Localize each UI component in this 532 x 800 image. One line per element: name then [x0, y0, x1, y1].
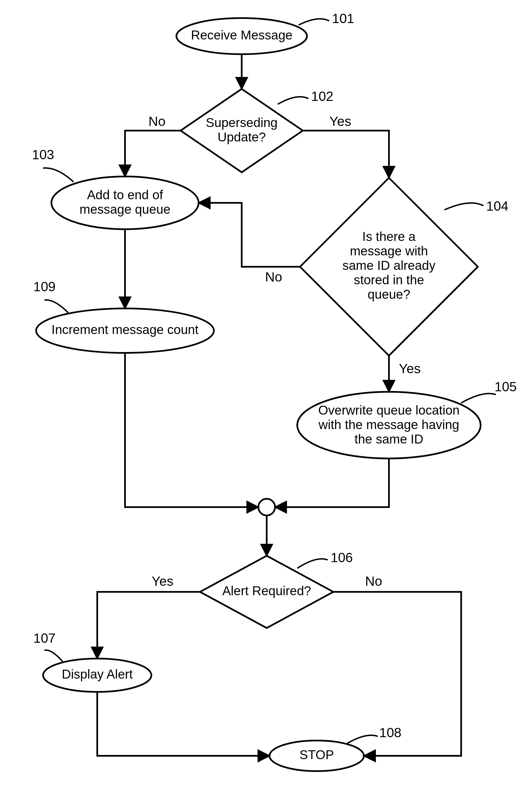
- flowchart: Receive Message 101 SupersedingUpdate? 1…: [0, 0, 532, 800]
- node-108-text: STOP: [300, 747, 334, 762]
- node-105-line3: the same ID: [355, 432, 423, 446]
- node-104-line4: stored in the: [354, 272, 424, 287]
- node-receive-message: Receive Message 101: [176, 11, 354, 54]
- edge-109-merge: [125, 353, 258, 507]
- label-104-no: No: [265, 269, 282, 284]
- node-105-line1: Overwrite queue location: [318, 403, 460, 417]
- node-104-line5: queue?: [367, 287, 410, 302]
- node-106-text: Alert Required?: [222, 584, 311, 598]
- label-102-yes: Yes: [329, 114, 351, 129]
- label-106-yes: Yes: [152, 574, 173, 589]
- node-overwrite-queue: Overwrite queue locationwith the message…: [297, 379, 517, 458]
- ref-101: 101: [332, 11, 354, 26]
- svg-point-10: [258, 499, 275, 515]
- ref-106: 106: [330, 550, 353, 565]
- ref-103: 103: [32, 147, 54, 162]
- edge-105-merge: [275, 458, 389, 507]
- label-102-no: No: [148, 114, 165, 129]
- edge-107-108: [97, 692, 269, 756]
- node-101-text: Receive Message: [191, 28, 292, 42]
- node-107-text: Display Alert: [62, 667, 133, 681]
- node-display-alert: Display Alert 107: [33, 631, 151, 692]
- edge-102-yes: [303, 131, 389, 178]
- node-same-id-check: Is there amessage withsame ID alreadysto…: [300, 178, 508, 356]
- ref-107: 107: [33, 631, 56, 646]
- label-106-no: No: [365, 574, 382, 589]
- node-increment-count: Increment message count 109: [33, 279, 214, 353]
- ref-104: 104: [486, 199, 508, 213]
- ref-102: 102: [311, 89, 334, 103]
- node-104-line2: message with: [350, 244, 428, 258]
- node-102-line1: Superseding: [206, 115, 278, 130]
- ref-109: 109: [33, 279, 56, 294]
- node-103-line2: message queue: [79, 202, 170, 216]
- edge-106-yes: [97, 592, 200, 659]
- node-105-line2: with the message having: [318, 417, 459, 432]
- label-104-yes: Yes: [399, 361, 421, 376]
- node-104-line3: same ID already: [343, 258, 436, 272]
- edge-102-no: [125, 131, 180, 176]
- ref-108: 108: [379, 725, 401, 740]
- node-103-line1: Add to end of: [87, 188, 163, 202]
- node-109-text: Increment message count: [51, 322, 198, 337]
- merge-junction: [258, 499, 275, 515]
- edge-104-no: [198, 203, 300, 267]
- node-alert-required: Alert Required? 106: [200, 550, 353, 628]
- svg-text:Add to end ofmessage queue: Add to end ofmessage queue: [79, 188, 170, 216]
- node-stop: STOP 108: [269, 725, 401, 771]
- ref-105: 105: [494, 379, 517, 394]
- node-102-line2: Update?: [217, 130, 266, 144]
- node-104-line1: Is there a: [362, 229, 416, 244]
- node-add-to-queue: Add to end ofmessage queue 103: [32, 147, 198, 229]
